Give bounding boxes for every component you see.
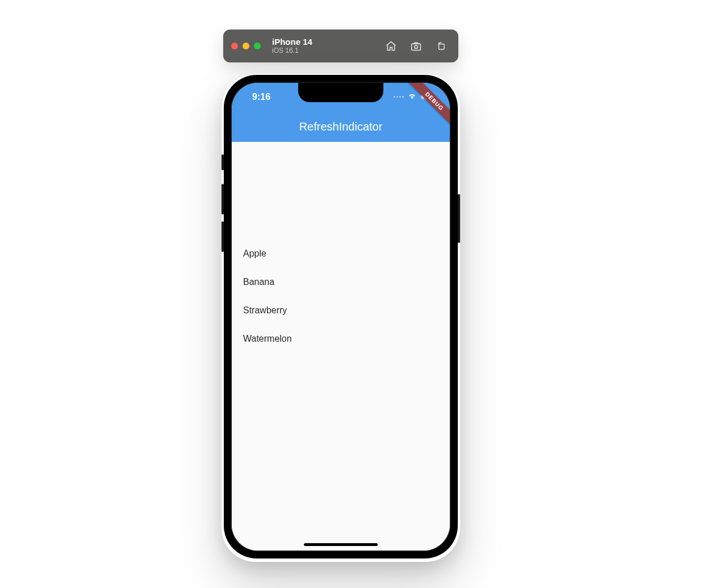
screenshot-icon[interactable] [410,40,422,52]
wifi-icon [407,91,417,103]
device-frame: DEBUG 9:16 [224,75,458,558]
notch [298,83,383,102]
svg-rect-2 [438,44,444,49]
simulator-title: iPhone 14 iOS 16.1 [272,37,377,54]
app-bar: RefreshIndicator [232,111,450,142]
simulator-control-bar: iPhone 14 iOS 16.1 [223,30,458,62]
volume-down-button[interactable] [222,221,224,252]
app-bar-title: RefreshIndicator [299,120,383,133]
rotate-icon[interactable] [434,40,447,52]
list-item[interactable]: Watermelon [232,325,450,353]
window-minimize-button[interactable] [243,43,249,49]
home-icon[interactable] [385,40,397,52]
window-zoom-button[interactable] [254,43,261,49]
device-screen: DEBUG 9:16 [232,83,450,551]
power-button[interactable] [458,194,460,243]
scroll-body[interactable]: Apple Banana Strawberry Watermelon [232,142,450,551]
window-close-button[interactable] [231,43,238,49]
simulator-device-name: iPhone 14 [272,37,377,47]
fruit-list: Apple Banana Strawberry Watermelon [232,142,450,353]
svg-point-1 [414,45,417,49]
list-item[interactable]: Apple [232,240,450,268]
volume-up-button[interactable] [222,184,224,215]
simulator-toolbar [385,40,450,52]
svg-rect-0 [411,44,420,50]
cellular-icon [394,96,404,98]
home-indicator[interactable] [304,543,378,546]
silence-switch[interactable] [222,154,224,170]
simulator-os-version: iOS 16.1 [272,47,377,54]
list-item[interactable]: Banana [232,268,450,296]
list-item[interactable]: Strawberry [232,296,450,325]
window-traffic-lights [231,43,261,49]
status-time: 9:16 [252,92,270,102]
